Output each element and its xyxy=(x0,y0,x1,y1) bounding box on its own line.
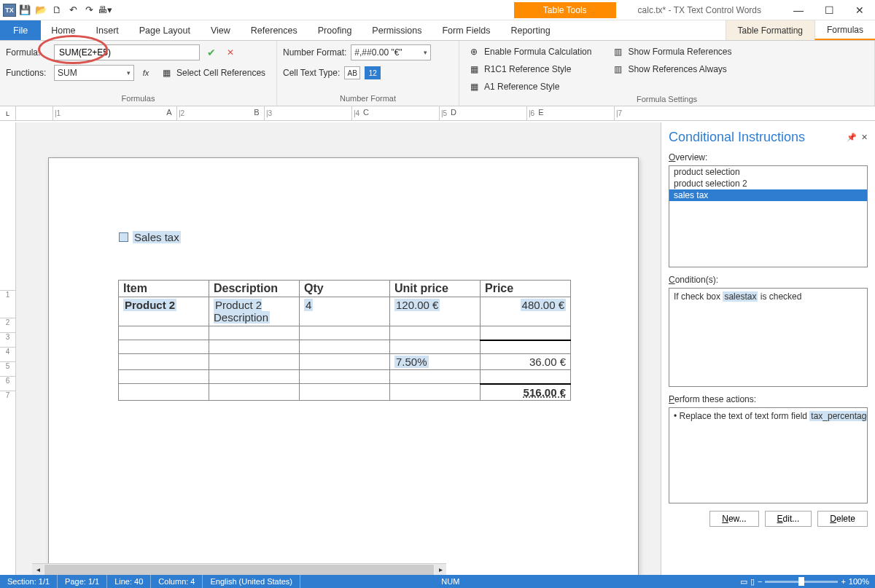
fx-circle-icon: ⊕ xyxy=(468,46,480,58)
overview-listbox[interactable]: product selection product selection 2 sa… xyxy=(669,165,868,267)
table-select-icon: ▦ xyxy=(160,67,172,79)
tab-permissions[interactable]: Permissions xyxy=(362,20,432,40)
minimize-button[interactable]: — xyxy=(783,0,814,20)
field-ref: tax_percentage xyxy=(809,411,868,421)
view-page-icon[interactable]: ▯ xyxy=(750,577,755,587)
redo-icon[interactable]: ↷ xyxy=(82,3,96,17)
tab-home[interactable]: Home xyxy=(41,20,85,40)
show-refs-always-button[interactable]: ▥Show References Always xyxy=(609,61,734,77)
list-item-selected[interactable]: sales tax xyxy=(669,189,867,201)
horizontal-scrollbar[interactable]: ◂ ▸ xyxy=(32,563,446,575)
cell-total: 516.00 € xyxy=(524,386,566,399)
cancel-formula-icon[interactable]: ✕ xyxy=(223,45,238,60)
table-header-row: Item Description Qty Unit price Price xyxy=(119,281,571,297)
zoom-in-icon[interactable]: + xyxy=(841,577,845,586)
tab-file[interactable]: File xyxy=(0,20,41,40)
enable-formula-calc-button[interactable]: ⊕Enable Formula Calculation xyxy=(465,44,594,60)
group-formulas-title: Formulas xyxy=(6,94,271,104)
title-bar: TX 💾 📂 🗋 ↶ ↷ 🖶▾ Table Tools calc.tx* - T… xyxy=(0,0,875,20)
open-icon[interactable]: 📂 xyxy=(34,3,48,17)
view-widescreen-icon[interactable]: ▭ xyxy=(740,577,747,587)
zoom-out-icon[interactable]: − xyxy=(758,577,762,586)
tab-proofing[interactable]: Proofing xyxy=(308,20,362,40)
cell-tax-pct: 7.50% xyxy=(394,356,429,368)
th-qty: Qty xyxy=(300,281,390,297)
status-page: Page: 1/1 xyxy=(58,575,107,588)
close-panel-icon[interactable]: ✕ xyxy=(861,133,868,142)
print-icon[interactable]: 🖶▾ xyxy=(98,3,112,17)
accept-formula-icon[interactable]: ✔ xyxy=(204,45,219,60)
tab-reporting[interactable]: Reporting xyxy=(500,20,560,40)
list-item[interactable]: product selection xyxy=(669,166,867,178)
r1c1-ref-button[interactable]: ▦R1C1 Reference Style xyxy=(465,61,594,77)
tab-table-formatting[interactable]: Table Formatting xyxy=(726,20,814,40)
number-format-combo[interactable]: #,##0.00 "€" xyxy=(351,44,431,60)
status-bar: Section: 1/1 Page: 1/1 Line: 40 Column: … xyxy=(0,575,875,588)
overview-label: Overview: xyxy=(669,152,868,162)
cell-text-type-label: Cell Text Type: xyxy=(283,68,340,78)
cell-item: Product 2 xyxy=(123,299,176,311)
status-language[interactable]: English (United States) xyxy=(203,575,300,588)
grid-highlight-icon: ▥ xyxy=(612,63,623,75)
close-button[interactable]: ✕ xyxy=(844,0,875,20)
th-item: Item xyxy=(119,281,209,297)
scroll-left-icon[interactable]: ◂ xyxy=(32,564,44,576)
tab-view[interactable]: View xyxy=(201,20,241,40)
table-row xyxy=(119,340,571,354)
save-icon[interactable]: 💾 xyxy=(18,3,32,17)
tab-form-fields[interactable]: Form Fields xyxy=(432,20,500,40)
status-line: Line: 40 xyxy=(107,575,151,588)
fx-button[interactable]: fx xyxy=(139,66,153,80)
pin-icon[interactable]: 📌 xyxy=(847,133,857,142)
grid-icon: ▦ xyxy=(468,81,480,93)
zoom-slider[interactable] xyxy=(765,581,838,583)
tab-insert[interactable]: Insert xyxy=(86,20,129,40)
cell-type-text-toggle[interactable]: AB xyxy=(344,66,360,79)
invoice-table[interactable]: Item Description Qty Unit price Price Pr… xyxy=(118,280,571,401)
new-button[interactable]: New... xyxy=(709,511,758,527)
checkbox-icon[interactable] xyxy=(119,232,128,242)
grid-highlight-icon: ▥ xyxy=(612,46,623,58)
cell-unit: 120.00 € xyxy=(394,299,440,311)
th-desc: Description xyxy=(209,281,300,297)
vertical-ruler: 1 2 3 4 5 6 7 xyxy=(0,122,16,575)
formula-input[interactable] xyxy=(54,44,200,60)
app-icon: TX xyxy=(3,4,16,17)
functions-label: Functions: xyxy=(6,68,50,78)
a1-ref-button[interactable]: ▦A1 Reference Style xyxy=(465,79,594,95)
formula-label: Formula: xyxy=(6,47,50,58)
number-format-label: Number Format: xyxy=(283,47,346,58)
tab-formulas[interactable]: Formulas xyxy=(814,20,875,40)
select-cell-refs-button[interactable]: ▦ Select Cell References xyxy=(158,65,268,81)
table-row: Product 2 Product 2 Description 4 120.00… xyxy=(119,297,571,326)
functions-combo[interactable]: SUM xyxy=(54,65,134,81)
checkbox-label: Sales tax xyxy=(133,231,181,243)
grid-icon: ▦ xyxy=(468,63,480,75)
list-item[interactable]: product selection 2 xyxy=(669,178,867,189)
cell-type-number-toggle[interactable]: 12 xyxy=(365,66,381,79)
conditions-box: If check box salestax is checked xyxy=(669,288,868,387)
zoom-value[interactable]: 100% xyxy=(849,577,869,586)
delete-button[interactable]: Delete xyxy=(817,511,868,527)
ruler-corner: L xyxy=(0,106,16,120)
cell-qty: 4 xyxy=(304,299,313,311)
tab-references[interactable]: References xyxy=(241,20,308,40)
tab-page-layout[interactable]: Page Layout xyxy=(129,20,201,40)
undo-icon[interactable]: ↶ xyxy=(66,3,80,17)
document-viewport[interactable]: Sales tax Item Description Qty Unit pric… xyxy=(16,122,661,575)
new-icon[interactable]: 🗋 xyxy=(50,3,64,17)
actions-box[interactable]: • Replace the text of text form field ta… xyxy=(669,407,868,503)
sales-tax-checkbox[interactable]: Sales tax xyxy=(119,231,181,243)
page: Sales tax Item Description Qty Unit pric… xyxy=(48,157,639,575)
conditions-label: Condition(s): xyxy=(669,275,868,285)
maximize-button[interactable]: ☐ xyxy=(814,0,844,20)
scroll-right-icon[interactable]: ▸ xyxy=(435,564,446,576)
ribbon: Formula: ✔ ✕ Functions: SUM fx ▦ Select … xyxy=(0,41,875,106)
context-tool-label: Table Tools xyxy=(514,2,616,18)
edit-button[interactable]: Edit... xyxy=(765,511,812,527)
show-formula-refs-button[interactable]: ▥Show Formula References xyxy=(609,44,734,60)
window-title: calc.tx* - TX Text Control Words xyxy=(616,5,783,15)
status-column: Column: 4 xyxy=(151,575,203,588)
horizontal-ruler: L |1 A |2 B |3 C |4 D |5 E |6 |7 xyxy=(0,106,875,121)
th-price: Price xyxy=(481,281,571,297)
